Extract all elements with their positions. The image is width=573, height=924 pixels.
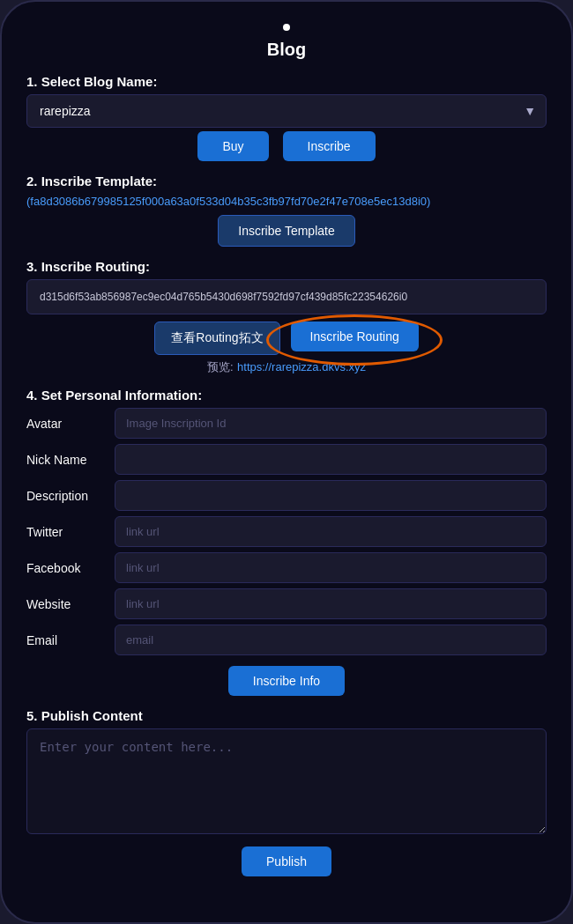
nickname-input[interactable] xyxy=(115,444,547,475)
avatar-label: Avatar xyxy=(26,417,106,431)
preview-url-link[interactable]: https://rarepizza.dkvs.xyz xyxy=(237,360,366,373)
twitter-label: Twitter xyxy=(26,525,106,539)
facebook-row: Facebook xyxy=(26,552,547,583)
inscribe-routing-wrapper: Inscribe Routing xyxy=(291,322,419,355)
page-title: Blog xyxy=(267,40,306,60)
preview-link-row: 预览: https://rarepizza.dkvs.xyz xyxy=(26,359,547,375)
blog-name-select-wrapper: rarepizza ▼ xyxy=(26,94,547,128)
inscribe-routing-button[interactable]: Inscribe Routing xyxy=(291,322,419,351)
section3-label: 3. Inscribe Routing: xyxy=(26,259,547,274)
personal-info-form: Avatar Nick Name Description Twitter Fac… xyxy=(26,408,547,661)
nickname-row: Nick Name xyxy=(26,444,547,475)
buy-inscribe-row: Buy Inscribe xyxy=(26,131,547,161)
inscribe-info-button[interactable]: Inscribe Info xyxy=(228,666,345,696)
template-link[interactable]: (fa8d3086b679985125f000a63a0f533d04b35c3… xyxy=(26,194,547,210)
website-input[interactable] xyxy=(115,588,547,619)
section-inscribe-template: 2. Inscribe Template: (fa8d3086b67998512… xyxy=(26,174,547,247)
inscribe-template-button[interactable]: Inscribe Template xyxy=(218,215,354,247)
section-publish-content: 5. Publish Content Publish xyxy=(26,708,547,876)
routing-value: d315d6f53ab856987ec9ec04d765b5430d698f75… xyxy=(26,279,547,314)
content-textarea[interactable] xyxy=(26,728,547,834)
publish-button[interactable]: Publish xyxy=(242,846,331,876)
email-input[interactable] xyxy=(115,625,547,655)
email-label: Email xyxy=(26,633,106,647)
routing-btn-row: 查看Routing拓文 Inscribe Routing xyxy=(26,322,547,355)
twitter-input[interactable] xyxy=(115,516,547,547)
avatar-input[interactable] xyxy=(115,408,547,439)
section-blog-name: 1. Select Blog Name: rarepizza ▼ Buy Ins… xyxy=(26,74,547,161)
buy-button[interactable]: Buy xyxy=(197,131,268,161)
view-routing-button[interactable]: 查看Routing拓文 xyxy=(154,322,279,355)
preview-label: 预览: xyxy=(207,360,234,373)
inscribe-template-btn-row: Inscribe Template xyxy=(26,215,547,247)
status-bar xyxy=(11,19,562,40)
twitter-row: Twitter xyxy=(26,516,547,547)
description-input[interactable] xyxy=(115,480,547,511)
section2-label: 2. Inscribe Template: xyxy=(26,174,547,188)
section1-label: 1. Select Blog Name: xyxy=(26,74,547,89)
section4-label: 4. Set Personal Information: xyxy=(26,388,547,403)
phone-container: Blog 1. Select Blog Name: rarepizza ▼ Bu… xyxy=(0,0,573,924)
section5-label: 5. Publish Content xyxy=(26,708,547,723)
facebook-label: Facebook xyxy=(26,561,106,575)
content-area: 1. Select Blog Name: rarepizza ▼ Buy Ins… xyxy=(11,74,562,876)
email-row: Email xyxy=(26,625,547,655)
publish-btn-row: Publish xyxy=(26,846,547,876)
website-row: Website xyxy=(26,588,547,619)
facebook-input[interactable] xyxy=(115,552,547,583)
inscribe-info-btn-row: Inscribe Info xyxy=(26,666,547,696)
description-label: Description xyxy=(26,489,106,503)
description-row: Description xyxy=(26,480,547,511)
inscribe-button[interactable]: Inscribe xyxy=(283,131,376,161)
blog-name-select[interactable]: rarepizza xyxy=(26,94,547,128)
avatar-row: Avatar xyxy=(26,408,547,439)
nickname-label: Nick Name xyxy=(26,453,106,467)
website-label: Website xyxy=(26,597,106,611)
section-inscribe-routing: 3. Inscribe Routing: d315d6f53ab856987ec… xyxy=(26,259,547,375)
section-personal-info: 4. Set Personal Information: Avatar Nick… xyxy=(26,388,547,696)
status-dot xyxy=(283,24,290,31)
